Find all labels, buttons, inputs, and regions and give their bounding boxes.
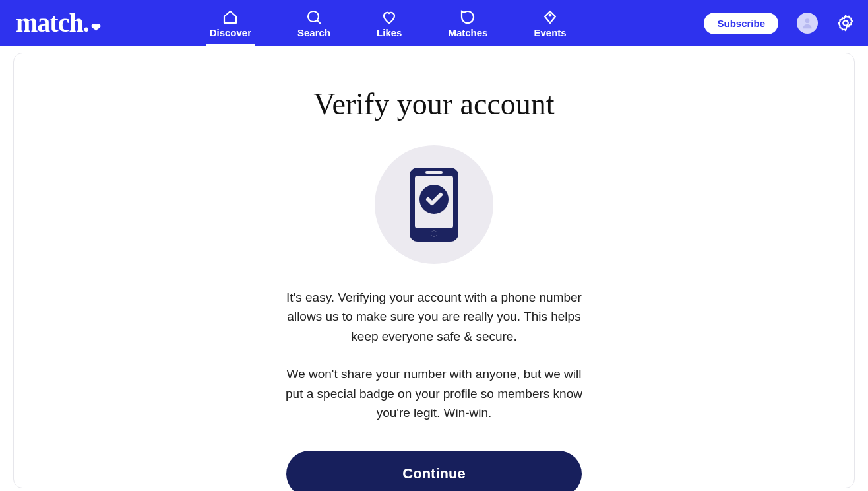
- nav-label: Likes: [377, 27, 402, 38]
- phone-check-icon: [407, 165, 461, 244]
- svg-point-0: [308, 11, 319, 22]
- home-icon: [222, 9, 238, 26]
- gear-icon: [836, 14, 855, 32]
- header-actions: Subscribe: [704, 13, 855, 34]
- svg-point-2: [549, 14, 551, 16]
- nav-events[interactable]: Events: [530, 0, 570, 46]
- heart-icon: ❤: [91, 22, 100, 34]
- nav-search[interactable]: Search: [294, 0, 334, 46]
- avatar[interactable]: [797, 13, 818, 34]
- nav-likes[interactable]: Likes: [373, 0, 406, 46]
- svg-point-12: [431, 231, 437, 237]
- person-icon: [801, 16, 814, 30]
- top-nav-bar: match. ❤ Discover Search Likes Matches: [0, 0, 868, 46]
- verify-description-1: It's easy. Verifying your account with a…: [282, 288, 586, 346]
- verify-card: Verify your account It's easy. Verifying…: [13, 53, 855, 488]
- subscribe-button[interactable]: Subscribe: [704, 13, 778, 34]
- nav-label: Discover: [210, 27, 251, 38]
- svg-rect-7: [425, 171, 443, 174]
- nav-label: Events: [534, 27, 566, 38]
- brand-logo[interactable]: match. ❤: [16, 10, 100, 36]
- tag-icon: [542, 9, 558, 26]
- phone-verified-illustration: [375, 145, 493, 264]
- heart-outline-icon: [381, 9, 397, 26]
- nav-label: Matches: [448, 27, 487, 38]
- page-title: Verify your account: [40, 86, 828, 121]
- verify-description-2: We won't share your number with anyone, …: [282, 364, 586, 422]
- svg-point-3: [805, 18, 810, 23]
- search-icon: [306, 9, 322, 26]
- svg-point-4: [843, 20, 848, 25]
- nav-label: Search: [297, 27, 330, 38]
- settings-button[interactable]: [836, 14, 855, 32]
- primary-nav: Discover Search Likes Matches Events: [206, 0, 571, 46]
- chat-icon: [460, 9, 476, 26]
- continue-button[interactable]: Continue: [286, 451, 582, 491]
- brand-name: match.: [16, 10, 89, 36]
- nav-discover[interactable]: Discover: [206, 0, 255, 46]
- nav-matches[interactable]: Matches: [444, 0, 491, 46]
- svg-line-1: [317, 20, 321, 24]
